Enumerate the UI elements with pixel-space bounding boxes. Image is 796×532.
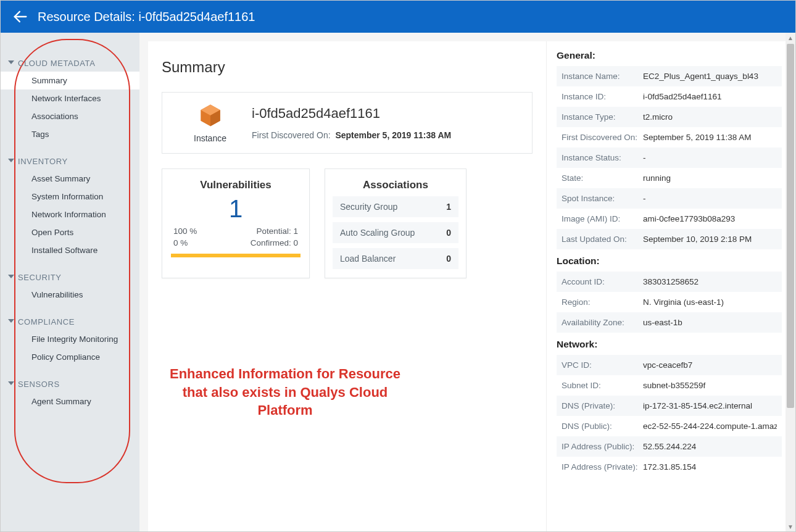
sidebar-item[interactable]: File Integrity Monitoring [1,330,139,348]
info-value: September 5, 2019 11:38 AM [643,133,777,142]
sidebar-item[interactable]: Summary [1,72,139,89]
info-value: ip-172-31-85-154.ec2.internal [643,401,777,410]
content-panel: Summary Instance i-0fd5ad25d4aef1161 Fir… [148,41,546,531]
vuln-confirmed-pct: 0 % [173,238,188,247]
associations-card[interactable]: Associations Security Group1Auto Scaling… [325,168,466,278]
association-row[interactable]: Auto Scaling Group0 [333,222,458,243]
info-row: Availability Zone:us-east-1b [557,312,782,333]
association-row[interactable]: Security Group1 [333,196,458,217]
sidebar-item[interactable]: Network Interfaces [1,89,139,107]
vulnerabilities-card-title: Vulnerabilities [162,179,309,191]
info-row: VPC ID:vpc-ceacefb7 [557,355,782,375]
resource-hero-card: Instance i-0fd5ad25d4aef1161 First Disco… [162,92,533,154]
sidebar-item[interactable]: Vulnerabilities [1,286,139,304]
info-value: 52.55.244.224 [643,442,777,451]
sidebar-item[interactable]: Network Information [1,206,139,223]
info-key: VPC ID: [562,360,643,370]
app-header: Resource Details: i-0fd5ad25d4aef1161 [1,1,795,33]
scrollbar-thumb[interactable] [787,44,794,408]
sidebar-item[interactable]: Agent Summary [1,393,139,410]
section-header[interactable]: SENSORS [1,376,139,393]
info-row: Instance Type:t2.micro [557,107,782,127]
section-title: INVENTORY [18,157,68,166]
sidebar-item[interactable]: Asset Summary [1,170,139,188]
association-value: 0 [446,228,451,238]
vuln-progress-bar [171,254,301,257]
info-value: 383031258652 [643,277,777,286]
first-discovered-value: September 5, 2019 11:38 AM [335,130,451,140]
info-key: Availability Zone: [562,318,643,327]
first-discovered-row: First Discovered On: September 5, 2019 1… [252,130,526,140]
section-header[interactable]: INVENTORY [1,153,139,170]
vuln-potential-label: Potential: 1 [256,227,298,236]
info-value: subnet-b355259f [643,381,777,390]
scroll-up-icon[interactable]: ▲ [786,33,795,43]
info-key: Spot Instance: [562,194,643,203]
info-value: t2.micro [643,112,777,122]
associations-card-title: Associations [325,179,466,191]
info-row: Spot Instance:- [557,188,782,209]
association-value: 1 [446,202,451,212]
info-row: Subnet ID:subnet-b355259f [557,375,782,396]
section-header[interactable]: SECURITY [1,269,139,286]
resource-id-title: i-0fd5ad25d4aef1161 [252,106,526,122]
info-value: N. Virginia (us-east-1) [643,297,777,307]
instance-icon-label: Instance [168,133,252,143]
info-key: IP Address (Private): [562,462,643,472]
vuln-confirmed-label: Confirmed: 0 [251,238,298,247]
main-area: Summary Instance i-0fd5ad25d4aef1161 Fir… [139,33,795,531]
association-value: 0 [446,254,451,264]
instance-icon-wrap: Instance [168,102,252,143]
annotation-text: Enhanced Information for Resource that a… [162,365,408,420]
info-row: Instance ID:i-0fd5ad25d4aef1161 [557,86,782,107]
info-row: Region:N. Virginia (us-east-1) [557,292,782,312]
info-row: Account ID:383031258652 [557,272,782,292]
page-header-title: Resource Details: i-0fd5ad25d4aef1161 [38,10,255,24]
page-title: Summary [162,59,533,76]
chevron-down-icon [8,319,14,323]
info-key: Instance Status: [562,153,643,162]
sidebar-item[interactable]: Open Ports [1,223,139,241]
info-value: - [643,153,777,162]
info-key: Instance Name: [562,72,643,81]
info-panel: General:Instance Name:EC2_Plus_Agent1_qu… [546,41,792,531]
summary-cards-row: Vulnerabilities 1 100 % Potential: 1 0 %… [162,168,533,278]
info-row: State:running [557,168,782,188]
chevron-down-icon [8,60,14,64]
info-key: Region: [562,297,643,307]
section-header[interactable]: COMPLIANCE [1,314,139,330]
instance-icon [197,102,223,128]
sidebar-item[interactable]: Installed Software [1,241,139,259]
sidebar-item[interactable]: Tags [1,125,139,143]
sidebar-item[interactable]: Policy Compliance [1,348,139,366]
info-key: IP Address (Public): [562,442,643,451]
chevron-down-icon [8,159,14,162]
info-row: DNS (Public):ec2-52-55-244-224.compute-1… [557,416,782,436]
association-row[interactable]: Load Balancer0 [333,248,458,269]
info-value: ami-0cfee17793b08a293 [643,214,777,223]
info-key: State: [562,173,643,183]
association-label: Auto Scaling Group [340,228,415,238]
info-key: First Discovered On: [562,133,643,142]
info-value: September 10, 2019 2:18 PM [643,235,777,244]
back-icon[interactable] [12,8,29,25]
info-value: EC2_Plus_Agent1_quays_bl43 [643,72,777,81]
vulnerabilities-card[interactable]: Vulnerabilities 1 100 % Potential: 1 0 %… [162,168,310,278]
sidebar-item[interactable]: System Information [1,188,139,206]
section-title: SECURITY [18,273,62,282]
info-row: DNS (Private):ip-172-31-85-154.ec2.inter… [557,396,782,416]
scroll-down-icon[interactable]: ▼ [786,522,795,531]
info-row: Instance Name:EC2_Plus_Agent1_quays_bl43 [557,66,782,86]
info-value: vpc-ceacefb7 [643,360,777,370]
sidebar: CLOUD METADATASummaryNetwork InterfacesA… [1,33,139,531]
scrollbar-rail[interactable]: ▲ ▼ [786,33,795,531]
info-key: Account ID: [562,277,643,286]
info-value: running [643,173,777,183]
section-header[interactable]: CLOUD METADATA [1,55,139,72]
info-value: - [643,194,777,203]
sidebar-item[interactable]: Associations [1,107,139,125]
first-discovered-label: First Discovered On: [252,130,331,140]
info-value: 172.31.85.154 [643,462,777,472]
section-title: SENSORS [18,380,60,389]
info-row: IP Address (Private):172.31.85.154 [557,457,782,477]
